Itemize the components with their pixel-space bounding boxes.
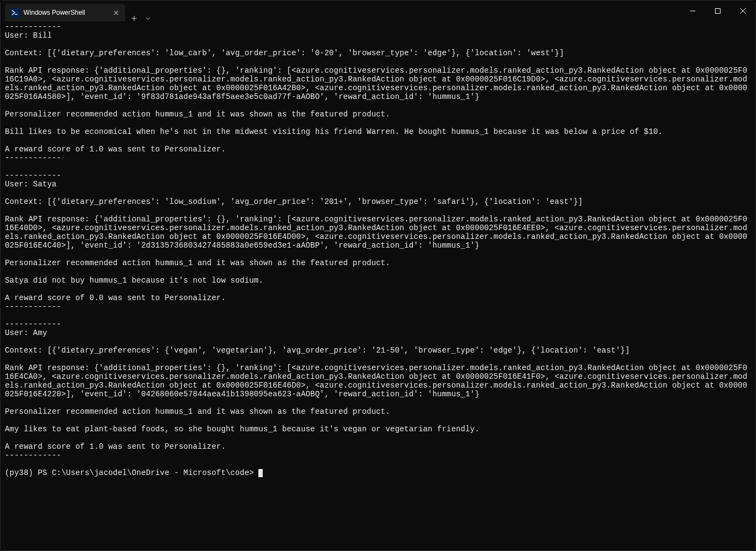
output-line: Personalizer recommended action hummus_1…	[5, 110, 390, 119]
output-line: Personalizer recommended action hummus_1…	[5, 259, 390, 267]
output-line: A reward score of 0.0 was sent to Person…	[5, 294, 226, 302]
active-tab[interactable]: Windows PowerShell	[5, 4, 125, 21]
prompt-line: (py38) PS C:\Users\jacodel\OneDrive - Mi…	[5, 468, 258, 477]
powershell-icon	[10, 8, 19, 17]
output-line: Context: [{'dietary_preferences': 'low_s…	[5, 197, 583, 206]
tab-title: Windows PowerShell	[23, 9, 107, 16]
output-line: Amy likes to eat plant-based foods, so s…	[5, 425, 480, 433]
output-line: ------------	[5, 22, 61, 31]
output-line: Bill likes to be economical when he's no…	[5, 127, 663, 136]
output-line: ------------	[5, 154, 61, 162]
output-line: Context: [{'dietary_preferences': 'low_c…	[5, 49, 564, 57]
titlebar: Windows PowerShell	[1, 1, 755, 21]
output-line: ------------	[5, 302, 61, 311]
output-line: A reward score of 1.0 was sent to Person…	[5, 442, 226, 451]
output-line: Satya did not buy hummus_1 because it's …	[5, 276, 263, 285]
cursor	[258, 469, 263, 477]
output-line: A reward score of 1.0 was sent to Person…	[5, 145, 226, 154]
output-line: ------------	[5, 320, 61, 329]
tab-close-button[interactable]	[111, 8, 121, 17]
maximize-button[interactable]	[705, 1, 730, 21]
tab-area: Windows PowerShell	[1, 1, 155, 21]
output-line: Personalizer recommended action hummus_1…	[5, 407, 390, 416]
terminal-window: Windows PowerShell ----	[0, 0, 756, 551]
output-line: Rank API response: {'additional_properti…	[5, 364, 747, 398]
output-line: Context: [{'dietary_preferences': {'vega…	[5, 346, 630, 355]
new-tab-button[interactable]	[126, 15, 141, 21]
output-line: Rank API response: {'additional_properti…	[5, 66, 747, 101]
output-line: User: Satya	[5, 180, 57, 189]
output-line: ------------	[5, 451, 61, 460]
close-button[interactable]	[730, 1, 755, 21]
minimize-button[interactable]	[680, 1, 705, 21]
tab-dropdown-button[interactable]	[141, 16, 155, 21]
titlebar-drag-region[interactable]	[155, 1, 680, 21]
window-controls	[680, 1, 755, 21]
output-line: User: Amy	[5, 329, 47, 337]
output-line: Rank API response: {'additional_properti…	[5, 215, 747, 250]
output-line: ------------	[5, 171, 61, 180]
output-line: User: Bill	[5, 31, 52, 40]
svg-rect-3	[716, 9, 720, 14]
terminal-output[interactable]: ------------ User: Bill Context: [{'diet…	[1, 21, 755, 550]
